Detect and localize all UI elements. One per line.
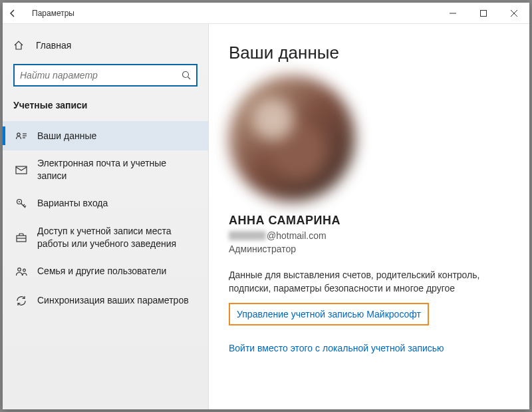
svg-point-10: [19, 201, 20, 202]
minimize-button[interactable]: [438, 3, 468, 24]
svg-rect-1: [481, 10, 487, 16]
sidebar-item-label: Доступ к учетной записи места работы или…: [29, 225, 198, 250]
svg-line-3: [188, 77, 191, 80]
search-icon: [178, 71, 191, 80]
account-description: Данные для выставления счетов, родительс…: [229, 269, 509, 295]
people-icon: [13, 266, 29, 277]
sidebar-item-signin-options[interactable]: Варианты входа: [3, 189, 208, 218]
svg-point-14: [23, 269, 26, 272]
back-button[interactable]: [8, 9, 29, 18]
sidebar-item-work-access[interactable]: Доступ к учетной записи места работы или…: [3, 218, 208, 257]
window-title: Параметры: [29, 9, 74, 18]
page-title: Ваши данные: [229, 43, 509, 63]
sidebar-item-sync[interactable]: Синхронизация ваших параметров: [3, 286, 208, 315]
home-label: Главная: [29, 40, 71, 51]
nav-list: Ваши данные Электронная почта и учетные …: [3, 121, 208, 315]
close-button[interactable]: [499, 3, 529, 24]
key-icon: [13, 198, 29, 210]
svg-point-13: [18, 268, 21, 271]
person-card-icon: [13, 131, 29, 140]
sidebar-item-label: Электронная почта и учетные записи: [29, 157, 198, 182]
user-role: Администратор: [229, 244, 509, 254]
search-input[interactable]: [20, 70, 178, 81]
sidebar-item-label: Синхронизация ваших параметров: [29, 294, 189, 307]
settings-window: Параметры Главная: [3, 3, 529, 409]
manage-account-link[interactable]: Управление учетной записью Майкрософт: [237, 309, 421, 319]
mail-icon: [13, 165, 29, 174]
highlight-box: Управление учетной записью Майкрософт: [229, 303, 429, 325]
sync-icon: [13, 295, 29, 307]
user-name: АННА САМАРИНА: [229, 214, 509, 228]
content-area: Ваши данные АННА САМАРИНА @hotmail.com А…: [209, 24, 529, 409]
sidebar: Главная Учетные записи Ваши данные: [3, 24, 209, 409]
maximize-button[interactable]: [468, 3, 499, 24]
avatar: [229, 75, 355, 202]
titlebar: Параметры: [3, 3, 529, 24]
local-account-link[interactable]: Войти вместо этого с локальной учетной з…: [229, 343, 444, 353]
sidebar-item-email-accounts[interactable]: Электронная почта и учетные записи: [3, 150, 208, 189]
sidebar-item-label: Семья и другие пользователи: [29, 265, 166, 278]
svg-point-2: [183, 72, 189, 78]
svg-point-4: [17, 133, 20, 136]
briefcase-icon: [13, 232, 29, 243]
home-nav[interactable]: Главная: [3, 32, 208, 59]
user-email: @hotmail.com: [229, 230, 509, 241]
email-domain: @hotmail.com: [267, 230, 327, 241]
search-box[interactable]: [13, 64, 198, 87]
home-icon: [13, 40, 29, 51]
section-title: Учетные записи: [3, 95, 208, 121]
sidebar-item-family[interactable]: Семья и другие пользователи: [3, 257, 208, 286]
sidebar-item-your-info[interactable]: Ваши данные: [3, 121, 208, 150]
sidebar-item-label: Ваши данные: [29, 130, 96, 142]
email-hidden-part: [229, 231, 266, 240]
sidebar-item-label: Варианты входа: [29, 197, 108, 210]
